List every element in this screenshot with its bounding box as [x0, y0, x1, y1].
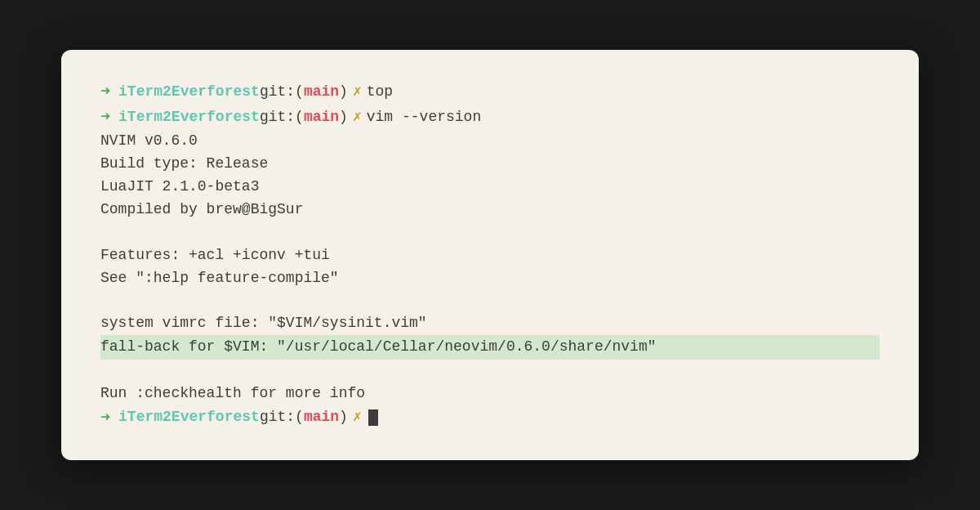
output-nvim-version: NVIM v0.6.0 [100, 130, 880, 153]
terminal-cursor [368, 409, 378, 426]
prompt-dir-2: iTerm2Everforest [118, 106, 260, 129]
prompt-dir-final: iTerm2Everforest [118, 406, 260, 429]
prompt-dir-1: iTerm2Everforest [118, 81, 260, 104]
prompt-x-1: ✗ [353, 81, 362, 104]
prompt-branch-1: main [304, 81, 339, 104]
terminal-line-2: ➜ iTerm2Everforest git:( main ) ✗ vim --… [100, 105, 880, 130]
prompt-arrow-final: ➜ [100, 405, 110, 431]
prompt-git-open-2: git:( [260, 106, 304, 129]
prompt-arrow-1: ➜ [100, 79, 110, 105]
output-build-type: Build type: Release [100, 153, 880, 176]
output-system-vimrc: system vimrc file: "$VIM/sysinit.vim" [100, 312, 880, 335]
prompt-git-close-1: ) [339, 81, 348, 104]
output-luajit: LuaJIT 2.1.0-beta3 [100, 176, 880, 199]
prompt-git-open-final: git:( [260, 406, 304, 429]
terminal-line-1: ➜ iTerm2Everforest git:( main ) ✗ top [100, 79, 880, 105]
prompt-git-open-1: git:( [260, 81, 304, 104]
terminal-content: ➜ iTerm2Everforest git:( main ) ✗ top ➜ … [100, 79, 880, 431]
prompt-arrow-2: ➜ [100, 105, 110, 130]
prompt-x-2: ✗ [353, 106, 362, 129]
output-fallback-vim: fall-back for $VIM: "/usr/local/Cellar/n… [100, 335, 880, 360]
prompt-git-close-2: ) [339, 106, 348, 129]
output-compiled: Compiled by brew@BigSur [100, 199, 880, 221]
output-see-help: See ":help feature-compile" [100, 267, 880, 290]
terminal-line-final: ➜ iTerm2Everforest git:( main ) ✗ [100, 405, 880, 431]
prompt-branch-2: main [304, 106, 339, 129]
prompt-git-close-final: ) [339, 406, 348, 429]
terminal-window: ➜ iTerm2Everforest git:( main ) ✗ top ➜ … [61, 50, 919, 460]
output-features: Features: +acl +iconv +tui [100, 244, 880, 267]
prompt-branch-final: main [304, 406, 339, 429]
blank-2 [100, 289, 880, 312]
blank-3 [100, 360, 880, 382]
command-vim-version: vim --version [367, 106, 481, 129]
prompt-x-final: ✗ [353, 406, 362, 429]
command-top: top [367, 81, 393, 104]
blank-1 [100, 221, 880, 244]
output-checkhealth: Run :checkhealth for more info [100, 382, 880, 405]
